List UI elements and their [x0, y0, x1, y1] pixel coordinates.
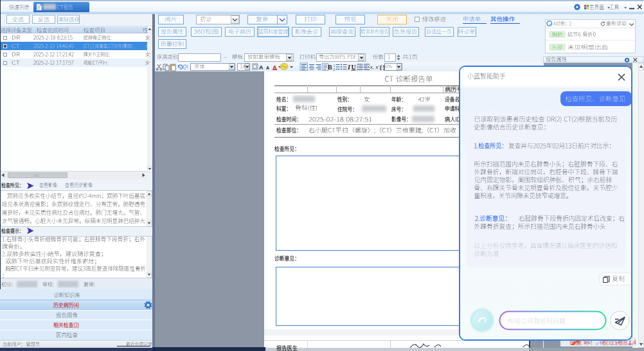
svg-text:A: A	[266, 66, 269, 70]
svg-text:x': x'	[376, 64, 380, 70]
svg-text:I: I	[347, 64, 351, 71]
svg-text:x,: x,	[370, 64, 374, 70]
svg-text:B: B	[328, 64, 332, 71]
svg-text:U: U	[352, 64, 356, 71]
svg-text:A: A	[259, 64, 264, 71]
svg-text:2: 2	[334, 68, 335, 71]
svg-text:A: A	[273, 64, 277, 70]
svg-text:1: 1	[334, 64, 335, 68]
